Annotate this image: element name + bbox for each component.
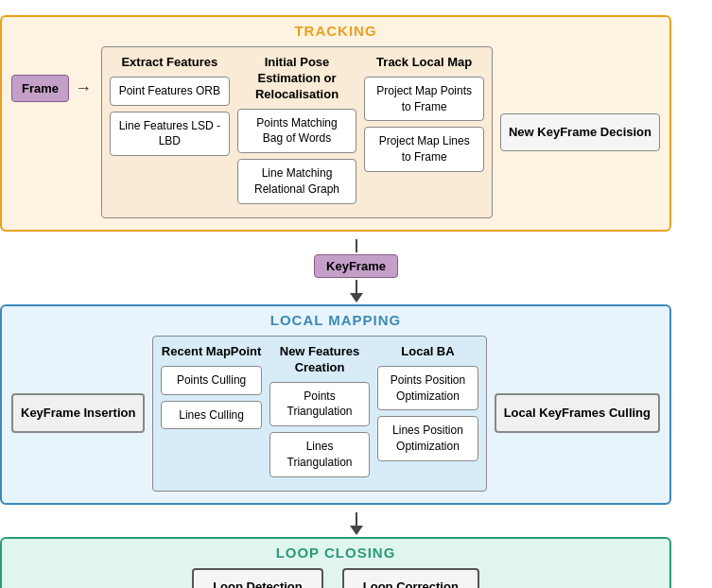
frame-label: Frame <box>11 75 69 102</box>
tracking-section: TRACKING Frame → Extract Features Point … <box>0 15 671 232</box>
frame-input-area: Frame → <box>11 75 94 102</box>
lines-position-box: Lines Position Optimization <box>377 416 478 461</box>
lines-culling-box: Lines Culling <box>161 401 261 430</box>
arrow-head-lc <box>350 526 363 535</box>
lines-triangulation-box: Lines Triangulation <box>269 432 370 477</box>
points-culling-box: Points Culling <box>161 366 261 395</box>
keyframe-label: KeyFrame <box>314 254 398 278</box>
local-mapping-inner: KeyFrame Insertion Recent MapPoint Point… <box>2 336 669 492</box>
new-features-col: New Features Creation Points Triangulati… <box>269 344 370 483</box>
new-keyframe-decision-box: New KeyFrame Decision <box>500 113 660 151</box>
line-features-box: Line Features LSD - LBD <box>110 112 230 157</box>
local-kf-culling-box: Local KeyFrames Culling <box>495 393 660 433</box>
track-local-map-header: Track Local Map <box>364 55 484 71</box>
recent-mappoint-col: Recent MapPoint Points Culling Lines Cul… <box>161 344 261 483</box>
points-position-box: Points Position Optimization <box>377 366 478 411</box>
arrow-line-top <box>356 239 357 252</box>
loop-detection-box: Loop Detection <box>192 568 323 588</box>
arrow-line-bottom <box>356 280 357 293</box>
frame-arrow: → <box>75 78 92 98</box>
loop-closing-title: LOOP CLOSING <box>2 539 669 568</box>
tracking-columns: Extract Features Point Features ORB Line… <box>101 46 493 218</box>
line-matching-box: Line Matching Relational Graph <box>237 159 357 204</box>
keyframe-insertion-box: KeyFrame Insertion <box>11 393 145 433</box>
recent-mappoint-header: Recent MapPoint <box>161 344 261 360</box>
local-ba-header: Local BA <box>377 344 478 360</box>
initial-pose-col: Initial Pose Estimation or Relocalisatio… <box>237 55 357 210</box>
tracking-title: TRACKING <box>2 17 669 46</box>
initial-pose-header: Initial Pose Estimation or Relocalisatio… <box>237 55 357 103</box>
tracking-inner: Frame → Extract Features Point Features … <box>2 46 669 218</box>
local-ba-col: Local BA Points Position Optimization Li… <box>377 344 478 483</box>
arrow-line-lc <box>356 512 357 526</box>
keyframe-arrow-container: KeyFrame <box>0 239 712 303</box>
page-wrapper: TRACKING Frame → Extract Features Point … <box>0 15 712 588</box>
loop-arrow-container <box>0 512 712 535</box>
points-matching-box: Points Matching Bag of Words <box>237 109 357 154</box>
point-features-box: Point Features ORB <box>110 77 230 106</box>
project-map-points-box: Project Map Points to Frame <box>364 77 484 122</box>
loop-correction-box: Loop Correction <box>342 568 479 588</box>
local-mapping-section: LOCAL MAPPING KeyFrame Insertion Recent … <box>0 304 671 505</box>
points-triangulation-box: Points Triangulation <box>269 382 370 427</box>
local-mapping-title: LOCAL MAPPING <box>2 306 669 336</box>
loop-closing-inner: Loop Detection Loop Correction <box>2 568 669 588</box>
project-map-lines-box: Project Map Lines to Frame <box>364 127 484 172</box>
track-local-map-col: Track Local Map Project Map Points to Fr… <box>364 55 484 210</box>
lm-columns: Recent MapPoint Points Culling Lines Cul… <box>152 336 486 492</box>
loop-closing-section: LOOP CLOSING Loop Detection Loop Correct… <box>0 537 671 588</box>
arrow-head <box>350 293 363 303</box>
new-features-header: New Features Creation <box>269 344 370 376</box>
extract-features-col: Extract Features Point Features ORB Line… <box>110 55 230 210</box>
extract-features-header: Extract Features <box>110 55 230 71</box>
